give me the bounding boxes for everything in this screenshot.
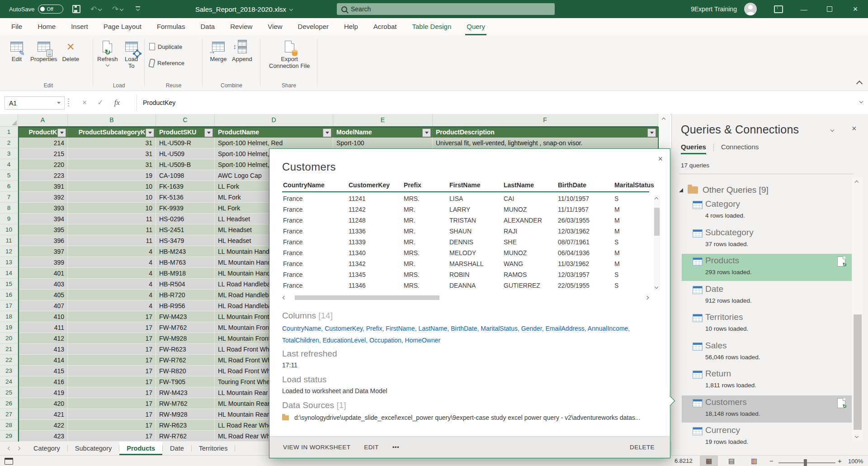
view-in-worksheet-button[interactable]: VIEW IN WORKSHEET xyxy=(283,444,350,451)
cell[interactable]: 4 xyxy=(68,246,156,257)
query-item-currency[interactable]: Currency19 rows loaded. xyxy=(682,423,852,451)
name-box-dropdown-icon[interactable] xyxy=(57,102,61,104)
ribbon-tab-data[interactable]: Data xyxy=(193,18,222,35)
expand-formula-bar-button[interactable] xyxy=(859,100,863,103)
row-header-12[interactable]: 12 xyxy=(0,246,18,257)
autosave-toggle[interactable]: Off xyxy=(38,5,63,14)
sheet-nav-prev-icon[interactable] xyxy=(8,447,11,450)
query-item-sales[interactable]: Sales56,046 rows loaded. xyxy=(682,339,852,366)
ribbon-tab-page-layout[interactable]: Page Layout xyxy=(96,18,149,35)
query-item-category[interactable]: Category4 rows loaded. xyxy=(682,197,852,224)
cell[interactable]: 411 xyxy=(18,322,68,333)
cell[interactable]: HB-M243 xyxy=(156,246,215,257)
panel-tab-queries[interactable]: Queries xyxy=(681,143,706,154)
cell[interactable]: 17 xyxy=(68,398,156,409)
cell[interactable]: 421 xyxy=(18,409,68,420)
cell[interactable]: Universal fit, well-vented, lightweight … xyxy=(433,138,658,148)
sheet-tab-territories[interactable]: Territories xyxy=(192,442,235,455)
zoom-in-button[interactable]: + xyxy=(838,457,842,465)
query-item-date[interactable]: Date912 rows loaded. xyxy=(682,282,852,309)
cell[interactable]: FW-R762 xyxy=(156,355,215,366)
cell[interactable]: 17 xyxy=(68,366,156,376)
query-item-return[interactable]: Return1,811 rows loaded. xyxy=(682,367,852,394)
filter-button[interactable] xyxy=(422,128,431,137)
collapse-ribbon-button[interactable] xyxy=(856,81,863,87)
cell[interactable]: RW-M928 xyxy=(156,409,215,420)
cell[interactable]: 4 xyxy=(68,290,156,300)
popup-scroll-down-icon[interactable] xyxy=(655,285,658,289)
cell[interactable]: 17 xyxy=(68,333,156,344)
cell[interactable]: 223 xyxy=(18,170,68,181)
account-name[interactable]: 9Expert Training xyxy=(691,0,737,18)
row-header-4[interactable]: 4 xyxy=(0,159,18,170)
ribbon-tab-review[interactable]: Review xyxy=(222,18,260,35)
insert-function-button[interactable]: fx xyxy=(110,96,124,109)
row-header-25[interactable]: 25 xyxy=(0,387,18,398)
cell[interactable]: FK-1639 xyxy=(156,181,215,192)
save-button[interactable] xyxy=(72,0,80,18)
formula-bar-splitter[interactable] xyxy=(68,99,69,107)
table-header-cell[interactable]: ProductName xyxy=(215,127,333,138)
normal-view-button[interactable]: ▦ xyxy=(700,456,718,466)
cell[interactable]: 393 xyxy=(18,203,68,214)
file-name-menu[interactable]: Sales_Report_2018-2020.xlsx xyxy=(195,0,292,18)
row-header-22[interactable]: 22 xyxy=(0,355,18,366)
query-item-customers[interactable]: Customers18,148 rows loaded. xyxy=(682,395,852,423)
columns-list[interactable]: CountryName, CustomerKey, Prefix, FirstN… xyxy=(282,323,655,346)
row-header-7[interactable]: 7 xyxy=(0,192,18,203)
close-button[interactable]: × xyxy=(845,0,865,18)
row-header-23[interactable]: 23 xyxy=(0,366,18,376)
row-header-3[interactable]: 3 xyxy=(0,148,18,159)
popup-close-icon[interactable]: × xyxy=(658,154,663,164)
column-header-F[interactable]: F xyxy=(433,114,658,126)
accessibility-status-icon[interactable] xyxy=(5,458,13,465)
cell[interactable]: FW-M423 xyxy=(156,311,215,322)
popup-delete-button[interactable]: DELETE xyxy=(630,444,655,451)
cell[interactable]: 17 xyxy=(68,322,156,333)
search-box[interactable]: Search xyxy=(337,3,555,15)
panel-scrollbar-thumb[interactable] xyxy=(854,314,862,430)
minimize-button[interactable]: — xyxy=(794,0,814,18)
cell[interactable]: CA-1098 xyxy=(156,170,215,181)
cell[interactable]: 10 xyxy=(68,181,156,192)
popup-scrollbar-thumb[interactable] xyxy=(654,208,660,236)
row-header-18[interactable]: 18 xyxy=(0,311,18,322)
cell[interactable]: RW-M762 xyxy=(156,398,215,409)
cell[interactable]: RW-M423 xyxy=(156,387,215,398)
row-header-6[interactable]: 6 xyxy=(0,181,18,192)
cell[interactable]: 391 xyxy=(18,181,68,192)
row-header-8[interactable]: 8 xyxy=(0,203,18,214)
cell[interactable]: 17 xyxy=(68,376,156,387)
ribbon-display-options-button[interactable] xyxy=(769,0,788,18)
ribbon-tab-help[interactable]: Help xyxy=(336,18,366,35)
cell[interactable]: 415 xyxy=(18,366,68,376)
zoom-slider-track[interactable] xyxy=(778,462,835,463)
cell[interactable]: 17 xyxy=(68,355,156,366)
column-header-C[interactable]: C xyxy=(156,114,215,126)
row-header-9[interactable]: 9 xyxy=(0,214,18,224)
enter-entry-button[interactable]: ✓ xyxy=(94,96,107,109)
filter-button[interactable] xyxy=(146,128,154,137)
row-header-11[interactable]: 11 xyxy=(0,235,18,246)
cell[interactable]: 17 xyxy=(68,420,156,431)
restore-button[interactable] xyxy=(820,0,840,18)
table-header-cell[interactable]: ProductSKU xyxy=(156,127,215,138)
cell[interactable]: 392 xyxy=(18,192,68,203)
cell[interactable]: 4 xyxy=(68,257,156,268)
cell[interactable]: 396 xyxy=(18,235,68,246)
cell[interactable]: 17 xyxy=(68,311,156,322)
cell[interactable]: 414 xyxy=(18,355,68,366)
sheet-nav-next-icon[interactable] xyxy=(17,447,20,450)
page-layout-view-button[interactable]: ▤ xyxy=(722,456,741,466)
account-avatar[interactable] xyxy=(744,0,757,18)
zoom-out-button[interactable]: − xyxy=(769,457,774,465)
filter-button[interactable] xyxy=(323,128,331,137)
cell[interactable]: RW-R623 xyxy=(156,420,215,431)
row-header-2[interactable]: 2 xyxy=(0,138,18,148)
properties-button[interactable]: Properties xyxy=(28,37,59,64)
cell[interactable]: 4 xyxy=(68,300,156,311)
row-header-5[interactable]: 5 xyxy=(0,170,18,181)
query-item-subcategory[interactable]: Subcategory37 rows loaded. xyxy=(682,226,852,253)
redo-button[interactable]: ↷ xyxy=(112,0,123,18)
filter-button[interactable] xyxy=(57,128,66,137)
